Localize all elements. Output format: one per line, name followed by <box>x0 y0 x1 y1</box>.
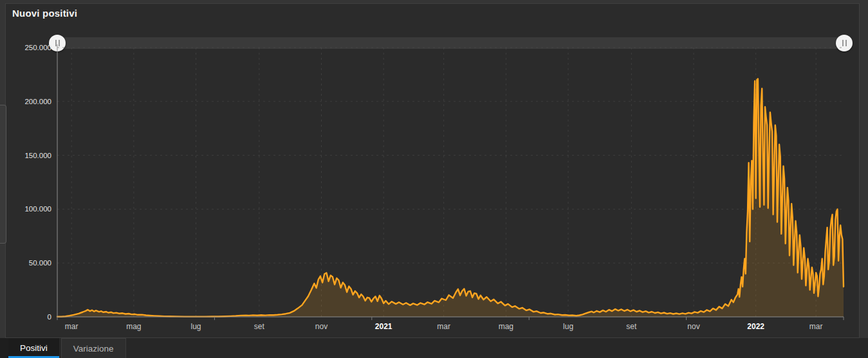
y-axis-label: 200.000 <box>24 98 51 105</box>
x-axis-label: mag <box>126 322 141 331</box>
x-axis-label: mar <box>809 322 823 331</box>
y-axis-label: 150.000 <box>24 152 51 159</box>
series-area <box>57 79 844 317</box>
tab-variazione[interactable]: Variazione <box>61 338 126 358</box>
x-axis-label: mag <box>499 322 513 331</box>
y-axis-label: 100.000 <box>24 205 51 213</box>
x-axis-label: nov <box>315 322 328 331</box>
line-chart-svg: 050.000100.000150.000200.000250.000marma… <box>6 4 860 339</box>
page-root: Nuovi positivi 050.000100.000150.000200.… <box>0 0 868 358</box>
x-axis-label: nov <box>687 322 699 331</box>
x-axis-label: 2022 <box>747 322 764 331</box>
y-axis-label: 0 <box>48 313 51 321</box>
tab-positivi[interactable]: Positivi <box>8 338 59 358</box>
tab-bar: Positivi Variazione <box>0 338 868 358</box>
chart-panel: Nuovi positivi 050.000100.000150.000200.… <box>5 3 860 338</box>
y-axis-label: 250.000 <box>24 44 51 51</box>
x-axis-label: set <box>254 322 265 331</box>
panel-edge-handle[interactable] <box>0 105 6 244</box>
x-axis-label: mar <box>65 322 78 331</box>
x-axis-label: lug <box>563 322 573 331</box>
x-axis-label: 2021 <box>375 322 392 331</box>
x-axis-label: mar <box>437 322 450 331</box>
series-line <box>57 79 844 317</box>
x-axis-label: set <box>626 322 637 331</box>
y-axis-label: 50.000 <box>29 259 51 267</box>
tab-variazione-label: Variazione <box>73 344 114 354</box>
tab-positivi-label: Positivi <box>20 343 48 353</box>
tab-bar-spacer <box>0 338 8 358</box>
x-axis-label: lug <box>191 322 201 331</box>
